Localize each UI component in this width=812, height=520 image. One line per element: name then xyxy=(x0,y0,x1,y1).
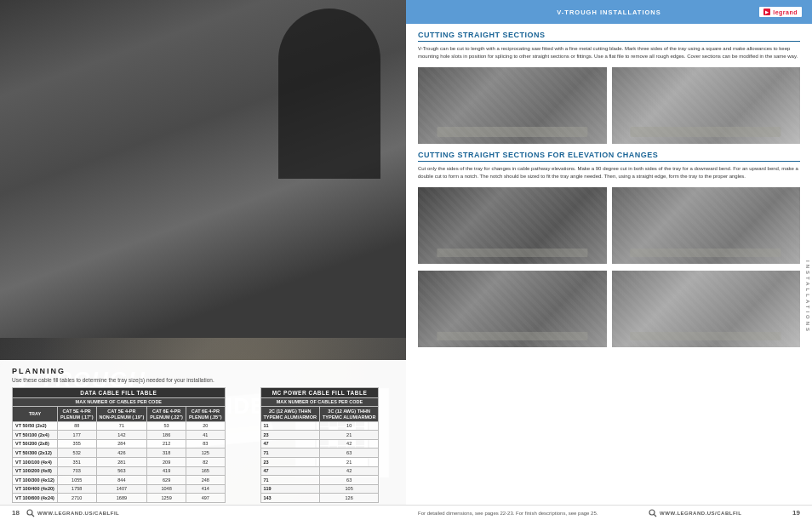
search-icon-right xyxy=(649,509,657,517)
table-cell: 47 xyxy=(260,439,319,449)
person-image xyxy=(0,0,406,338)
col-cat6e-plenum: Cat 6e 4-prPlenum (.22") xyxy=(147,407,186,421)
data-table-main-header: DATA CABLE FILL TABLE xyxy=(13,388,226,398)
table-row: 4742 xyxy=(260,466,379,476)
table-cell: 71 xyxy=(260,476,319,485)
table-cell: VT 50/100 (2x4) xyxy=(13,431,58,440)
table-cell: 281 xyxy=(96,458,147,467)
table-cell: 47 xyxy=(260,466,319,476)
right-header-title: V-TROUGH INSTALLATIONS xyxy=(545,9,673,16)
table-row: 4742 xyxy=(260,439,379,449)
table-cell: 20 xyxy=(186,421,225,431)
table-cell: 703 xyxy=(57,466,96,476)
table-row: 7163 xyxy=(260,449,379,458)
table-cell: 23 xyxy=(260,458,319,467)
planning-section: PLANNING Use these cable fill tables to … xyxy=(0,360,406,520)
table-cell: 142 xyxy=(96,431,147,440)
table-cell: 21 xyxy=(319,431,378,440)
table-cell: 1758 xyxy=(57,484,96,494)
cutting-image-2 xyxy=(612,67,801,144)
table-cell: 318 xyxy=(147,449,186,458)
table-row: VT 50/200 (2x8)35528421283 xyxy=(13,439,226,449)
elevation-image-3 xyxy=(418,271,607,347)
table-cell: 125 xyxy=(186,449,225,458)
section1-images xyxy=(418,67,800,144)
table-row: 7163 xyxy=(260,476,379,485)
table-cell: 105 xyxy=(319,484,378,494)
table-cell: 71 xyxy=(96,421,147,431)
table-cell: 21 xyxy=(319,458,378,467)
table-cell: 248 xyxy=(186,476,225,485)
table-cell: 71 xyxy=(260,449,319,458)
footer-left: 18 WWW.LEGRAND.US/CABLFIL xyxy=(0,505,406,520)
cutting-image-1 xyxy=(418,67,607,144)
table-cell: 23 xyxy=(260,431,319,440)
table-cell: 414 xyxy=(186,484,225,494)
col-cat6e-plenum2: Cat 6e 4-prPlenum (.35") xyxy=(186,407,225,421)
table-row: 2321 xyxy=(260,458,379,467)
table-row: VT 100/100 (4x4)35128120982 xyxy=(13,458,226,467)
table-cell: VT 50/50 (2x2) xyxy=(13,421,58,431)
table-cell: 209 xyxy=(147,458,186,467)
table-row: VT 50/100 (2x4)17714218641 xyxy=(13,431,226,440)
table-cell: 83 xyxy=(186,439,225,449)
table-cell: 1055 xyxy=(57,476,96,485)
table-cell: 143 xyxy=(260,494,319,503)
table-cell: 1259 xyxy=(147,494,186,503)
installations-right-label: INSTALLATIONS xyxy=(805,260,810,334)
table-cell: 355 xyxy=(57,439,96,449)
table-cell: VT 100/200 (4x8) xyxy=(13,466,58,476)
table-cell: 82 xyxy=(186,458,225,467)
table-cell: 119 xyxy=(260,484,319,494)
page-num-right: 19 xyxy=(792,509,800,517)
footer-right-search-wrapper: WWW.LEGRAND.US/CABLFIL xyxy=(649,509,741,517)
data-cable-table-wrapper: DATA CABLE FILL TABLE MAX NUMBER OF CABL… xyxy=(12,387,254,503)
data-table-sub-header: MAX NUMBER OF CABLES PER CODE xyxy=(13,397,226,407)
table-cell: 10 xyxy=(319,421,378,431)
mc-cable-table: MC POWER CABLE FILL TABLE MAX NUMBER OF … xyxy=(260,387,380,503)
table-cell: VT 100/400 (4x20) xyxy=(13,484,58,494)
table-cell: 177 xyxy=(57,431,96,440)
table-cell: 11 xyxy=(260,421,319,431)
elevation-image-4 xyxy=(612,271,801,347)
svg-point-2 xyxy=(649,510,655,515)
table-cell: 41 xyxy=(186,431,225,440)
data-cable-table: DATA CABLE FILL TABLE MAX NUMBER OF CABL… xyxy=(12,387,226,503)
table-cell: 63 xyxy=(319,449,378,458)
table-cell: 532 xyxy=(57,449,96,458)
footer-right-text: For detailed dimensions, see pages 22-23… xyxy=(418,511,598,516)
table-cell: VT 50/200 (2x8) xyxy=(13,439,58,449)
table-cell: 419 xyxy=(147,466,186,476)
table-cell: 126 xyxy=(319,494,378,503)
table-row: VT 100/300 (4x12)1055844629248 xyxy=(13,476,226,485)
table-cell: 165 xyxy=(186,466,225,476)
table-cell: 497 xyxy=(186,494,225,503)
table-cell: VT 100/600 (4x24) xyxy=(13,494,58,503)
table-cell: VT 100/100 (4x4) xyxy=(13,458,58,467)
mc-col-3c: 3C (12 AWG) THHNTypeMC Alum/Armor xyxy=(319,407,378,421)
table-row: VT 100/600 (4x24)271016891259497 xyxy=(13,494,226,503)
table-cell: 212 xyxy=(147,439,186,449)
table-cell: 629 xyxy=(147,476,186,485)
table-cell: 63 xyxy=(319,476,378,485)
table-cell: 88 xyxy=(57,421,96,431)
right-header: V-TROUGH INSTALLATIONS ▶ legrand xyxy=(406,0,812,24)
table-cell: VT 100/300 (4x12) xyxy=(13,476,58,485)
svg-line-1 xyxy=(31,514,34,517)
table-row: VT 100/400 (4x20)175814071048414 xyxy=(13,484,226,494)
mc-col-2c: 2C (12 AWG) THHNTypeMC Alum/Armor xyxy=(260,407,319,421)
table-row: 2321 xyxy=(260,431,379,440)
section2-text: Cut only the sides of the tray for chang… xyxy=(418,165,800,180)
footer-url-right: WWW.LEGRAND.US/CABLFIL xyxy=(660,511,741,516)
section1-title: CUTTING STRAIGHT SECTIONS xyxy=(418,31,800,42)
table-cell: 2710 xyxy=(57,494,96,503)
mc-cable-table-wrapper: MC POWER CABLE FILL TABLE MAX NUMBER OF … xyxy=(260,387,395,503)
table-cell: 351 xyxy=(57,458,96,467)
table-cell: 563 xyxy=(96,466,147,476)
table-row: VT 50/50 (2x2)88715320 xyxy=(13,421,226,431)
planning-title: PLANNING xyxy=(12,367,394,375)
table-cell: 1689 xyxy=(96,494,147,503)
table-row: VT 50/300 (2x12)532426318125 xyxy=(13,449,226,458)
table-cell: 1048 xyxy=(147,484,186,494)
search-icon-left xyxy=(26,509,35,517)
